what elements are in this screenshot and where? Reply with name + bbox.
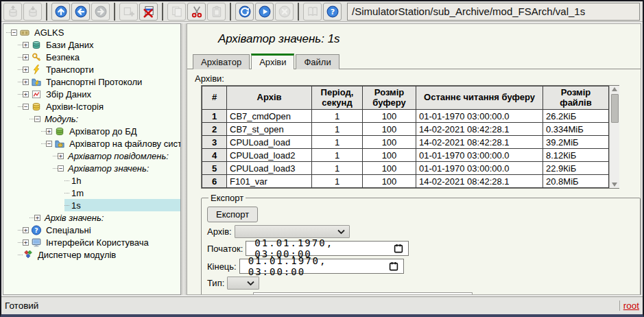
tree-item-label[interactable]: Безпека	[44, 52, 82, 62]
table-cell[interactable]: F101_var	[227, 175, 312, 188]
table-cell[interactable]: 1	[312, 162, 363, 175]
scroll-down-icon[interactable]	[612, 183, 617, 187]
tree-item: −AGLKS	[3, 26, 180, 38]
tree-item-label[interactable]: 1m	[69, 188, 86, 198]
table-cell[interactable]: 14-02-2021 08:42:28.1	[416, 123, 543, 136]
tree-item-label[interactable]: Архіватор значень:	[66, 163, 151, 174]
table-cell[interactable]: 1	[312, 149, 363, 162]
export-archive-label: Архів:	[207, 226, 232, 237]
tree-item-label[interactable]: Модуль:	[43, 114, 80, 124]
tree-item-label[interactable]: Архіватор на файлову систему	[67, 139, 181, 149]
table-cell[interactable]: 100	[363, 149, 416, 162]
expand-icon[interactable]: +	[23, 91, 29, 97]
table-cell[interactable]: 1	[312, 110, 363, 123]
tab-архіватор[interactable]: Архіватор	[193, 54, 250, 69]
expand-icon[interactable]: +	[58, 153, 64, 159]
export-archive-select[interactable]	[235, 225, 350, 238]
table-cell[interactable]: CPULoad_load2	[227, 149, 312, 162]
export-end-datetime[interactable]: 01.01.1970, 03:00:00	[239, 259, 404, 274]
tree-item-label[interactable]: Транспорти	[44, 64, 96, 75]
row-number-cell[interactable]: 4	[202, 149, 227, 162]
export-button[interactable]: Експорт	[207, 207, 258, 222]
tree-item: +?Спеціальні	[3, 224, 180, 236]
table-cell[interactable]: 100	[363, 110, 416, 123]
table-row: 2CB7_st_open110014-02-2021 08:42:28.10.3…	[202, 123, 609, 136]
tree-item-label[interactable]: Бази Даних	[44, 40, 95, 50]
table-cell[interactable]: 100	[363, 162, 416, 175]
expand-icon[interactable]: +	[23, 54, 29, 60]
row-number-cell[interactable]: 3	[202, 136, 227, 149]
tree-item-label[interactable]: 1h	[69, 176, 83, 186]
tree-item-label[interactable]: Транспортні Протоколи	[44, 77, 144, 87]
table-cell[interactable]: 22.9КіБ	[543, 162, 609, 175]
current-user-link[interactable]: root	[619, 301, 639, 311]
table-cell[interactable]: 26.2КіБ	[543, 110, 609, 123]
export-file-input[interactable]	[253, 292, 473, 295]
expand-icon[interactable]: +	[23, 42, 29, 48]
table-cell[interactable]: 1	[312, 136, 363, 149]
table-cell[interactable]: 39.2МіБ	[543, 136, 609, 149]
table-cell[interactable]: 1	[312, 175, 363, 188]
table-cell[interactable]: CB7_st_open	[227, 123, 312, 136]
tab-архіви[interactable]: Архіви	[251, 54, 294, 69]
cut-item-button[interactable]	[187, 3, 206, 21]
calendar-icon[interactable]	[394, 244, 403, 253]
table-cell[interactable]: 01-01-1970 03:00:00.0	[416, 149, 543, 162]
table-scrollbar[interactable]	[609, 86, 619, 188]
table-cell[interactable]: 1	[312, 123, 363, 136]
scrollbar-thumb[interactable]	[611, 94, 619, 123]
table-cell[interactable]: CPULoad_load	[227, 136, 312, 149]
calendar-icon[interactable]	[389, 261, 398, 271]
expand-icon[interactable]: +	[34, 215, 40, 221]
go-up-button[interactable]	[51, 3, 70, 21]
table-cell[interactable]: 100	[363, 175, 416, 188]
tree-connector-line	[53, 168, 58, 169]
table-cell[interactable]: 100	[363, 123, 416, 136]
table-cell[interactable]: 01-01-1970 03:00:00.0	[416, 110, 543, 123]
table-cell[interactable]: 14-02-2021 08:42:28.1	[416, 136, 543, 149]
row-number-cell[interactable]: 1	[202, 110, 227, 123]
tree-item-label[interactable]: AGLKS	[32, 27, 66, 38]
tree-item-label[interactable]: Архів значень:	[43, 213, 106, 223]
table-cell[interactable]: 01-01-1970 03:00:00.0	[416, 162, 543, 175]
delete-item-button[interactable]	[139, 3, 158, 21]
tree-item-label[interactable]: Архіватор до БД	[67, 126, 139, 137]
expand-icon[interactable]: +	[23, 239, 29, 246]
collapse-icon[interactable]: −	[34, 116, 40, 122]
tree-item-label[interactable]: 1s	[69, 200, 83, 211]
export-begin-datetime[interactable]: 01.01.1970, 03:00:00	[246, 241, 409, 256]
tree-item-label[interactable]: Архіватор повідомлень:	[66, 151, 171, 161]
address-bar[interactable]: /SimulatorStation/sub_Archive/mod_FSArch…	[347, 3, 640, 21]
table-cell[interactable]: CPULoad_load3	[227, 162, 312, 175]
table-cell[interactable]: CB7_cmdOpen	[227, 110, 312, 123]
start-button[interactable]	[255, 3, 274, 21]
expand-icon[interactable]: +	[46, 128, 52, 134]
tab-файли[interactable]: Файли	[296, 54, 339, 69]
scroll-up-icon[interactable]	[612, 87, 617, 91]
row-number-cell[interactable]: 5	[202, 162, 227, 175]
splitter-handle[interactable]	[181, 23, 187, 295]
row-number-cell[interactable]: 2	[202, 123, 227, 136]
row-number-cell[interactable]: 6	[202, 175, 227, 188]
go-back-button[interactable]	[71, 3, 90, 21]
table-cell[interactable]: 20.8МіБ	[543, 175, 609, 188]
collapse-icon[interactable]: −	[58, 165, 64, 172]
export-type-select[interactable]	[227, 277, 259, 290]
table-cell[interactable]: 0.334МіБ	[543, 123, 609, 136]
tree-item-label[interactable]: Архіви-Історія	[44, 102, 106, 112]
table-cell[interactable]: 8.12КіБ	[543, 149, 609, 162]
reload-item-button[interactable]	[235, 3, 254, 21]
table-cell[interactable]: 14-02-2021 08:42:28.1	[416, 175, 543, 188]
collapse-icon[interactable]: −	[11, 30, 17, 36]
tree-item-label[interactable]: Спеціальні	[44, 225, 93, 235]
tree-item-label[interactable]: Інтерфейси Користувача	[44, 237, 151, 248]
collapse-icon[interactable]: −	[46, 141, 52, 147]
help-button[interactable]: ?	[323, 3, 342, 21]
tree-item-label[interactable]: Диспетчер модулів	[36, 250, 118, 260]
expand-icon[interactable]: +	[23, 227, 29, 233]
tree-item-label[interactable]: Збір Даних	[44, 89, 93, 99]
expand-icon[interactable]: +	[23, 79, 29, 85]
collapse-icon[interactable]: −	[23, 104, 29, 110]
expand-icon[interactable]: +	[23, 67, 29, 73]
table-cell[interactable]: 100	[363, 136, 416, 149]
